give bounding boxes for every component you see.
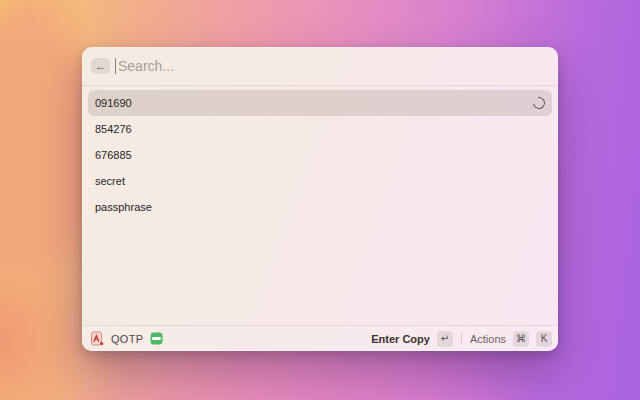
desktop-wallpaper: ← 091690 854276 676885 secret pas: [0, 0, 640, 400]
list-item[interactable]: passphrase: [88, 194, 552, 220]
return-key-icon: ↵: [437, 331, 453, 347]
primary-action-label[interactable]: Enter Copy: [371, 333, 430, 345]
k-key-icon: K: [536, 331, 552, 347]
back-button[interactable]: ←: [91, 58, 110, 74]
search-field-wrap: [115, 47, 548, 85]
list-item-label: 091690: [95, 97, 132, 109]
search-input[interactable]: [116, 58, 548, 74]
list-item[interactable]: secret: [88, 168, 552, 194]
qotp-extension-icon: [91, 331, 104, 346]
list-item-label: 854276: [95, 123, 132, 135]
list-item[interactable]: 091690: [88, 90, 552, 116]
list-item-label: passphrase: [95, 201, 152, 213]
list-item-label: secret: [95, 175, 125, 187]
footer-divider: [461, 333, 462, 345]
launcher-window: ← 091690 854276 676885 secret pas: [82, 47, 558, 351]
spinner-icon: [531, 95, 548, 112]
command-key-icon: ⌘: [513, 331, 529, 347]
app-label: QOTP: [111, 333, 143, 345]
list-item-label: 676885: [95, 149, 132, 161]
list-item[interactable]: 676885: [88, 142, 552, 168]
vault-icon: [150, 332, 163, 345]
result-list: 091690 854276 676885 secret passphrase: [82, 86, 558, 325]
list-item[interactable]: 854276: [88, 116, 552, 142]
footer-bar: QOTP Enter Copy ↵ Actions ⌘ K: [82, 325, 558, 351]
search-bar: ←: [82, 47, 558, 86]
left-arrow-icon: ←: [95, 61, 106, 72]
actions-button[interactable]: Actions: [470, 333, 506, 345]
